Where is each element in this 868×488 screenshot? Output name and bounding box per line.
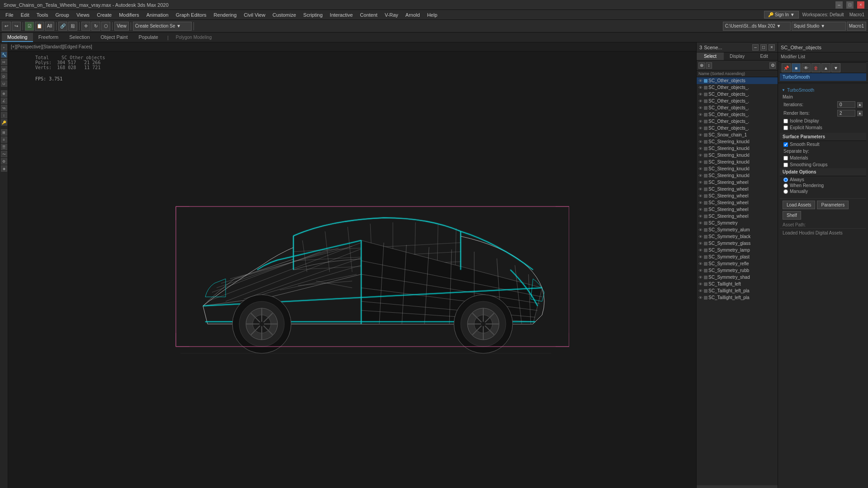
scene-item-7[interactable]: 👁 SC_Other_objects_.	[697, 125, 778, 131]
minimize-button[interactable]: –	[835, 1, 843, 9]
menu-animation[interactable]: Animation	[143, 11, 172, 19]
menu-vray[interactable]: V-Ray	[381, 11, 402, 19]
eye-icon-9[interactable]: 👁	[698, 140, 703, 144]
eye-icon-29[interactable]: 👁	[698, 275, 703, 280]
viewport[interactable]: Total SC_Other_objects Polys: 304 517 21…	[8, 52, 696, 488]
scene-item-6[interactable]: 👁 SC_Other_objects_.	[697, 118, 778, 125]
close-button[interactable]: ×	[857, 1, 864, 9]
select-rotate-button[interactable]: ↻	[91, 22, 100, 31]
scene-item-27[interactable]: 👁 SC_Symmetry_refle	[697, 260, 778, 267]
redo-button[interactable]: ↪	[12, 22, 21, 31]
scene-settings-button[interactable]: ⚙	[769, 62, 776, 69]
view-label[interactable]: View	[114, 22, 129, 31]
menu-scripting[interactable]: Scripting	[300, 11, 326, 19]
lt-align-button[interactable]: ≡	[1, 136, 7, 143]
menu-arnold[interactable]: Arnold	[402, 11, 424, 19]
smooth-result-checkbox[interactable]	[783, 142, 788, 147]
eye-icon-24[interactable]: 👁	[698, 241, 703, 246]
modifier-move-up-button[interactable]: ▲	[821, 63, 830, 72]
scene-item-25[interactable]: 👁 SC_Symmetry_lamp	[697, 247, 778, 253]
shelf-button[interactable]: Shelf	[783, 211, 801, 220]
lt-curve-button[interactable]: 〜	[1, 151, 7, 157]
select-by-name-button[interactable]: 📋	[35, 22, 44, 31]
eye-icon-12[interactable]: 👁	[698, 160, 703, 164]
menu-help[interactable]: Help	[424, 11, 441, 19]
scene-item-8[interactable]: 👁 SC_Snow_chain_1	[697, 131, 778, 138]
scene-item-5[interactable]: 👁 SC_Other_objects_.	[697, 111, 778, 118]
eye-icon-2[interactable]: 👁	[698, 92, 703, 97]
lt-motion-button[interactable]: M	[1, 66, 7, 72]
eye-icon-30[interactable]: 👁	[698, 282, 703, 286]
lt-hierarchy-button[interactable]: H	[1, 59, 7, 65]
eye-icon-23[interactable]: 👁	[698, 235, 703, 239]
lt-layer-button[interactable]: ☰	[1, 144, 7, 150]
tab-selection[interactable]: Selection	[64, 33, 95, 42]
menu-modifiers[interactable]: Modifiers	[115, 11, 143, 19]
eye-icon-14[interactable]: 👁	[698, 174, 703, 178]
select-object-button[interactable]: ☑	[25, 22, 34, 31]
scene-item-3[interactable]: 👁 SC_Other_objects_.	[697, 98, 778, 104]
when-rendering-radio[interactable]	[783, 183, 788, 188]
scene-item-14[interactable]: 👁 SC_Steering_knuckl	[697, 172, 778, 179]
isoline-checkbox[interactable]	[783, 119, 788, 123]
scene-panel-minimize[interactable]: –	[752, 44, 759, 51]
main-section-title[interactable]: TurboSmooth	[780, 87, 866, 94]
lt-modify-button[interactable]: 🔧	[1, 52, 7, 58]
tab-freeform[interactable]: Freeform	[33, 33, 64, 42]
materials-checkbox[interactable]	[783, 156, 788, 160]
tab-populate[interactable]: Populate	[133, 33, 163, 42]
eye-icon-11[interactable]: 👁	[698, 153, 703, 158]
scene-item-21[interactable]: 👁 SC_Symmetry	[697, 220, 778, 226]
lt-mirror-button[interactable]: ⊞	[1, 129, 7, 136]
eye-icon-15[interactable]: 👁	[698, 180, 703, 185]
macro-label-toolbar[interactable]: Macro1	[847, 22, 866, 31]
iterations-up[interactable]: ▲	[857, 102, 863, 108]
tab-modeling[interactable]: Modeling	[2, 33, 33, 42]
always-radio[interactable]	[783, 178, 788, 182]
link-button[interactable]: 🔗	[58, 22, 67, 31]
eye-icon-28[interactable]: 👁	[698, 268, 703, 273]
lt-utilities-button[interactable]: U	[1, 80, 7, 87]
scene-item-32[interactable]: 👁 SC_Taillight_left_pla	[697, 294, 778, 301]
modifier-move-down-button[interactable]: ▼	[831, 63, 840, 72]
eye-icon-25[interactable]: 👁	[698, 248, 703, 253]
scene-panel-maximize[interactable]: □	[760, 44, 767, 51]
smoothing-groups-checkbox[interactable]	[783, 163, 788, 167]
eye-icon-26[interactable]: 👁	[698, 255, 703, 259]
scene-item-13[interactable]: 👁 SC_Steering_knuckl	[697, 165, 778, 172]
eye-icon-20[interactable]: 👁	[698, 214, 703, 219]
scene-item-11[interactable]: 👁 SC_Steering_knuckl	[697, 152, 778, 159]
modifier-active-button[interactable]: ■	[792, 63, 801, 72]
eye-icon-31[interactable]: 👁	[698, 289, 703, 293]
menu-interactive[interactable]: Interactive	[326, 11, 357, 19]
scene-item-0[interactable]: 👁 SC_Other_objects	[697, 77, 778, 84]
scene-item-10[interactable]: 👁 SC_Steering_knuckl	[697, 145, 778, 152]
scene-item-4[interactable]: 👁 SC_Other_objects_.	[697, 104, 778, 111]
menu-edit[interactable]: Edit	[17, 11, 33, 19]
eye-icon-22[interactable]: 👁	[698, 228, 703, 232]
scene-item-18[interactable]: 👁 SC_Steering_wheel	[697, 199, 778, 206]
eye-icon-27[interactable]: 👁	[698, 262, 703, 266]
render-iters-up[interactable]: ▲	[857, 111, 863, 116]
eye-icon-1[interactable]: 👁	[698, 85, 703, 90]
eye-icon-21[interactable]: 👁	[698, 221, 703, 225]
menu-content[interactable]: Content	[356, 11, 381, 19]
render-iters-input[interactable]: 2	[837, 110, 855, 117]
scene-item-19[interactable]: 👁 SC_Steering_wheel	[697, 206, 778, 213]
modifier-show-button[interactable]: 👁	[802, 63, 811, 72]
scene-item-12[interactable]: 👁 SC_Steering_knuckl	[697, 159, 778, 165]
lt-angle-snap-button[interactable]: ∠	[1, 98, 7, 104]
eye-icon-5[interactable]: 👁	[698, 113, 703, 117]
scene-item-28[interactable]: 👁 SC_Symmetry_rubb	[697, 267, 778, 274]
scene-item-23[interactable]: 👁 SC_Symmetry_black	[697, 233, 778, 240]
lt-key-mode-button[interactable]: 🔑	[1, 119, 7, 126]
select-move-button[interactable]: ✛	[81, 22, 90, 31]
modifier-delete-button[interactable]: 🗑	[811, 63, 821, 72]
scene-item-26[interactable]: 👁 SC_Symmetry_plast	[697, 253, 778, 260]
eye-icon-19[interactable]: 👁	[698, 207, 703, 212]
eye-icon-3[interactable]: 👁	[698, 99, 703, 103]
scene-item-31[interactable]: 👁 SC_Taillight_left_pla	[697, 287, 778, 294]
turbosmooth-item[interactable]: TurboSmooth	[780, 73, 866, 81]
scene-item-1[interactable]: 👁 SC_Other_objects_.	[697, 84, 778, 91]
menu-tools[interactable]: Tools	[33, 11, 52, 19]
